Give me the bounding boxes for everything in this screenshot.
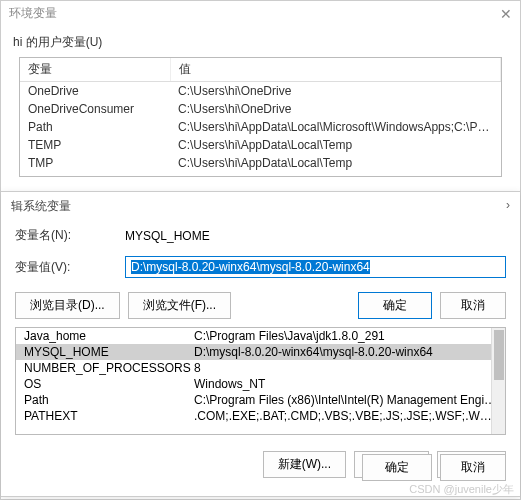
browse-dir-button[interactable]: 浏览目录(D)...	[15, 292, 120, 319]
scrollbar-thumb[interactable]	[494, 330, 504, 380]
table-row[interactable]: OSWindows_NT	[16, 376, 505, 392]
window-title: 环境变量	[9, 5, 57, 22]
table-row[interactable]: OneDriveConsumerC:\Users\hi\OneDrive	[20, 100, 501, 118]
table-row[interactable]: PathC:\Program Files (x86)\Intel\Intel(R…	[16, 392, 505, 408]
main-ok-button[interactable]: 确定	[362, 454, 432, 481]
col-header-value[interactable]: 值	[170, 58, 501, 82]
table-row[interactable]: MYSQL_HOMED:\mysql-8.0.20-winx64\mysql-8…	[16, 344, 505, 360]
var-value-label: 变量值(V):	[15, 259, 95, 276]
watermark: CSDN @juvenile少年	[409, 482, 514, 497]
table-row[interactable]: TEMPC:\Users\hi\AppData\Local\Temp	[20, 136, 501, 154]
new-button[interactable]: 新建(W)...	[263, 451, 346, 478]
table-row[interactable]: PATHEXT.COM;.EXE;.BAT;.CMD;.VBS;.VBE;.JS…	[16, 408, 505, 424]
titlebar: 环境变量 ✕	[1, 1, 520, 26]
edit-cancel-button[interactable]: 取消	[440, 292, 506, 319]
footer-buttons: 确定 取消	[362, 454, 506, 481]
close-icon[interactable]: ✕	[500, 6, 512, 22]
scrollbar[interactable]	[491, 328, 505, 434]
user-vars-section: hi 的用户变量(U) 变量 值 OneDriveC:\Users\hi\One…	[1, 26, 520, 195]
edit-system-var-dialog: 辑系统变量 › 变量名(N): MYSQL_HOME 变量值(V): D:\my…	[1, 191, 520, 497]
edit-ok-button[interactable]: 确定	[358, 292, 432, 319]
col-header-name[interactable]: 变量	[20, 58, 170, 82]
table-row[interactable]: Java_homeC:\Program Files\Java\jdk1.8.0_…	[16, 328, 505, 344]
var-name-value: MYSQL_HOME	[125, 229, 506, 243]
var-name-label: 变量名(N):	[15, 227, 95, 244]
system-vars-table: Java_homeC:\Program Files\Java\jdk1.8.0_…	[15, 327, 506, 435]
edit-dialog-title: 辑系统变量	[11, 198, 71, 215]
table-row[interactable]: OneDriveC:\Users\hi\OneDrive	[20, 82, 501, 101]
browse-file-button[interactable]: 浏览文件(F)...	[128, 292, 231, 319]
table-row[interactable]: TMPC:\Users\hi\AppData\Local\Temp	[20, 154, 501, 172]
table-row[interactable]: PathC:\Users\hi\AppData\Local\Microsoft\…	[20, 118, 501, 136]
user-vars-table: 变量 值 OneDriveC:\Users\hi\OneDriveOneDriv…	[19, 57, 502, 177]
user-vars-label: hi 的用户变量(U)	[13, 34, 508, 51]
table-row[interactable]: NUMBER_OF_PROCESSORS8	[16, 360, 505, 376]
env-vars-window: 环境变量 ✕ hi 的用户变量(U) 变量 值 OneDriveC:\Users…	[0, 0, 521, 500]
var-value-input[interactable]: D:\mysql-8.0.20-winx64\mysql-8.0.20-winx…	[125, 256, 506, 278]
main-cancel-button[interactable]: 取消	[440, 454, 506, 481]
chevron-right-icon[interactable]: ›	[506, 198, 510, 215]
